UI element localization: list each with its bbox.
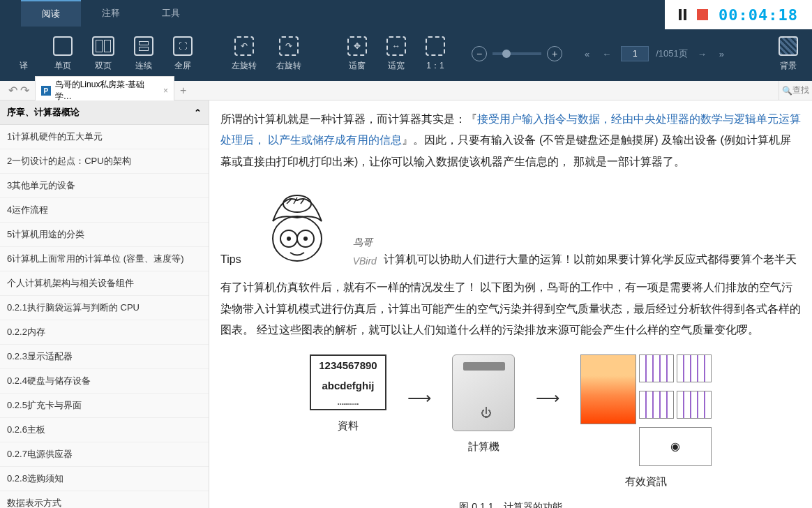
add-tab-button[interactable]: + bbox=[174, 84, 192, 97]
outline-item[interactable]: 0.2.3显示适配器 bbox=[0, 345, 209, 369]
first-page-button[interactable]: « bbox=[582, 46, 592, 62]
recorder-panel: 00:04:18 bbox=[665, 0, 812, 29]
toolbar: 译 单页 双页 连续 ⛶ 全屏 ↶ 左旋转 ↷ 右旋转 bbox=[0, 27, 812, 81]
prev-page-button[interactable]: ← bbox=[599, 46, 614, 62]
diagram-output-charts: ◉ bbox=[580, 354, 712, 466]
pause-icon[interactable] bbox=[679, 9, 686, 20]
diagram-data-box: 1234567890 abcdefghij ........... bbox=[310, 354, 386, 410]
fit-width-button[interactable]: ↔ 适宽 bbox=[379, 32, 413, 76]
arrow-icon: ⟶ bbox=[407, 382, 431, 414]
outline-item[interactable]: 5计算机用途的分类 bbox=[0, 223, 209, 247]
search-icon: 🔍 bbox=[782, 86, 792, 96]
last-page-button[interactable]: » bbox=[716, 46, 727, 62]
tips-label: Tips bbox=[220, 249, 241, 270]
vbird-avatar-icon bbox=[248, 179, 346, 270]
background-label: 背景 bbox=[780, 60, 797, 72]
continuous-button[interactable]: 连续 bbox=[127, 32, 160, 76]
svg-point-4 bbox=[303, 237, 308, 241]
next-page-button[interactable]: → bbox=[695, 46, 709, 62]
fullscreen-label: 全屏 bbox=[174, 60, 191, 72]
rotate-right-label: 右旋转 bbox=[276, 60, 301, 72]
back-button[interactable]: ↶ bbox=[8, 84, 17, 97]
diagram-caption: 图 0.1.1、计算器的功能 bbox=[220, 498, 801, 508]
paragraph-1: 所谓的计算机就是一种计算器，而计算器其实是：『接受用户输入指令与数据，经由中央处… bbox=[220, 109, 801, 172]
diagram-label-computer: 計算機 bbox=[468, 437, 499, 457]
main-tabs: 阅读 注释 工具 00:04:18 bbox=[0, 0, 812, 27]
outline-item[interactable]: 0.2.2内存 bbox=[0, 320, 209, 345]
outline-item[interactable]: 6计算机上面常用的计算单位 (容量、速度等) bbox=[0, 247, 209, 271]
double-page-label: 双页 bbox=[95, 60, 112, 72]
chevron-icon: ⌃ bbox=[194, 107, 202, 118]
tab-tools[interactable]: 工具 bbox=[141, 0, 201, 27]
forward-button[interactable]: ↷ bbox=[20, 84, 29, 97]
fit-width-label: 适宽 bbox=[388, 60, 405, 72]
translate-button[interactable]: 译 bbox=[7, 32, 40, 76]
diagram-computer-icon bbox=[452, 354, 515, 431]
outline-item[interactable]: 4运作流程 bbox=[0, 198, 209, 223]
tab-read[interactable]: 阅读 bbox=[21, 0, 81, 27]
single-page-button[interactable]: 单页 bbox=[46, 32, 80, 76]
actual-size-button[interactable]: 1：1 bbox=[419, 32, 452, 76]
diagram-label-info: 有效資訊 bbox=[625, 472, 667, 492]
text: 所谓的计算机就是一种计算器，而计算器其实是：『 bbox=[220, 113, 477, 125]
search-placeholder: 查找 bbox=[792, 84, 809, 96]
search-box[interactable]: 🔍 查找 bbox=[779, 81, 812, 100]
document-tab-title: 鸟哥的Linux私房菜-基础学… bbox=[55, 79, 159, 103]
outline-item[interactable]: 0.2.4硬盘与储存设备 bbox=[0, 369, 209, 394]
outline-header-label: 序章、计算器概论 bbox=[7, 106, 80, 119]
double-page-icon bbox=[92, 36, 114, 56]
document-content: 所谓的计算机就是一种计算器，而计算器其实是：『接受用户输入指令与数据，经由中央处… bbox=[209, 100, 812, 508]
rotate-left-label: 左旋转 bbox=[232, 60, 257, 72]
outline-item[interactable]: 1计算机硬件的五大单元 bbox=[0, 125, 209, 149]
signature-cn: 鸟哥 bbox=[353, 233, 377, 252]
single-page-icon bbox=[53, 36, 73, 56]
continuous-label: 连续 bbox=[135, 60, 152, 72]
rotate-left-button[interactable]: ↶ 左旋转 bbox=[225, 32, 264, 76]
zoom-out-button[interactable]: − bbox=[472, 46, 487, 61]
fullscreen-icon: ⛶ bbox=[173, 36, 193, 56]
fit-window-label: 适窗 bbox=[349, 60, 366, 72]
single-page-label: 单页 bbox=[54, 60, 71, 72]
outline-item[interactable]: 0.2.6主板 bbox=[0, 418, 209, 442]
close-tab-button[interactable]: × bbox=[163, 86, 168, 96]
rotate-left-icon: ↶ bbox=[234, 36, 254, 56]
tab-annotate[interactable]: 注释 bbox=[81, 0, 141, 27]
zoom-slider[interactable] bbox=[493, 52, 541, 55]
page-nav: « ← /1051页 → » bbox=[582, 46, 727, 62]
actual-size-icon bbox=[426, 36, 445, 56]
svg-point-3 bbox=[287, 237, 291, 241]
rotate-right-button[interactable]: ↷ 右旋转 bbox=[269, 32, 308, 76]
arrow-icon: ⟶ bbox=[536, 382, 559, 414]
fullscreen-button[interactable]: ⛶ 全屏 bbox=[166, 32, 200, 76]
background-button[interactable]: 背景 bbox=[772, 32, 805, 76]
outline-item[interactable]: 3其他单元的设备 bbox=[0, 174, 209, 198]
outline-header[interactable]: 序章、计算器概论 ⌃ bbox=[0, 100, 209, 125]
diagram-label-data: 資料 bbox=[338, 416, 359, 436]
background-icon bbox=[779, 36, 798, 56]
continuous-icon bbox=[134, 36, 153, 56]
zoom-control: − + bbox=[472, 46, 562, 61]
diagram: 1234567890 abcdefghij ........... 資料 ⟶ 計… bbox=[220, 354, 801, 492]
tips-text: 计算机可以协助人们进行大量的运算！以前如果要计算化学反应式都得要算个老半天 bbox=[384, 249, 801, 270]
fit-width-icon: ↔ bbox=[386, 36, 406, 56]
signature-en: VBird bbox=[353, 252, 377, 271]
zoom-in-button[interactable]: + bbox=[547, 46, 562, 61]
outline-item[interactable]: 2一切设计的起点：CPU的架构 bbox=[0, 149, 209, 174]
outline-item[interactable]: 0.2.1执行脑袋运算与判断的 CPU bbox=[0, 296, 209, 320]
recorder-timer: 00:04:18 bbox=[719, 6, 798, 24]
stop-icon[interactable] bbox=[697, 9, 708, 20]
fit-window-icon: ✥ bbox=[347, 36, 367, 56]
outline-item[interactable]: 个人计算机架构与相关设备组件 bbox=[0, 271, 209, 296]
double-page-button[interactable]: 双页 bbox=[85, 32, 121, 76]
paragraph-2: 有了计算机仿真软件后，就有不一样的情况发生了！ 以下图为例，鸟哥的工作中，有一项… bbox=[220, 277, 801, 341]
outline-item[interactable]: 数据表示方式 bbox=[0, 491, 209, 508]
outline-item[interactable]: 0.2.7电源供应器 bbox=[0, 442, 209, 467]
outline-item[interactable]: 0.2.5扩充卡与界面 bbox=[0, 394, 209, 418]
rotate-right-icon: ↷ bbox=[279, 36, 299, 56]
pdf-icon: P bbox=[41, 86, 51, 96]
outline-sidebar[interactable]: 序章、计算器概论 ⌃ 1计算机硬件的五大单元2一切设计的起点：CPU的架构3其他… bbox=[0, 100, 209, 508]
actual-size-label: 1：1 bbox=[426, 60, 444, 72]
outline-item[interactable]: 0.2.8选购须知 bbox=[0, 467, 209, 491]
fit-window-button[interactable]: ✥ 适窗 bbox=[340, 32, 374, 76]
page-input[interactable] bbox=[621, 46, 649, 61]
